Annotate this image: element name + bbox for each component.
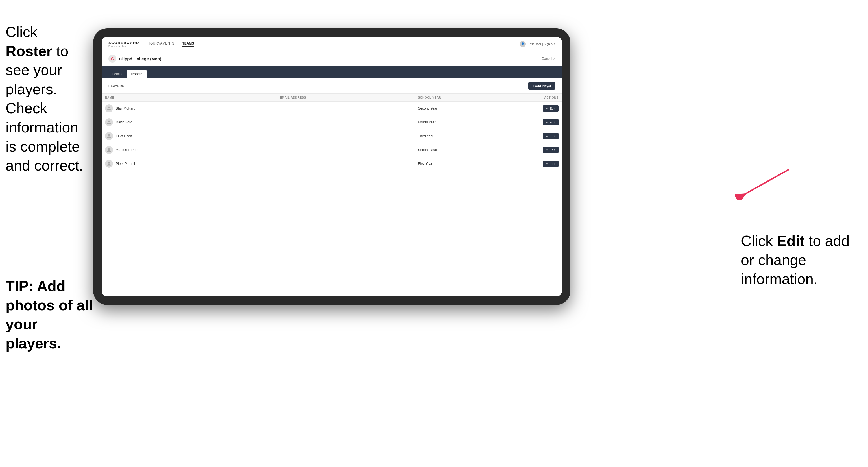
- edit-button-3[interactable]: ✏ Edit: [543, 147, 559, 153]
- players-header: PLAYERS + Add Player: [102, 78, 562, 93]
- nav-links: TOURNAMENTS TEAMS: [148, 41, 520, 46]
- player-name-0: Blair McHarg: [116, 106, 135, 111]
- edit-button-0[interactable]: ✏ Edit: [543, 105, 559, 112]
- player-avatar-0: [105, 104, 113, 113]
- player-actions-0: ✏ Edit: [506, 102, 562, 116]
- tabs-bar: Details Roster: [102, 66, 562, 78]
- player-email-0: [276, 102, 414, 116]
- edit-icon-2: ✏: [546, 135, 548, 138]
- nav-user-text: Test User | Sign out: [528, 42, 555, 46]
- edit-button-1[interactable]: ✏ Edit: [543, 119, 559, 125]
- nav-tournaments[interactable]: TOURNAMENTS: [148, 41, 174, 46]
- user-icon: 👤: [520, 41, 526, 47]
- edit-icon-4: ✏: [546, 162, 548, 165]
- player-school-year-3: Second Year: [414, 143, 506, 157]
- arrow-to-edit: [735, 166, 792, 200]
- player-avatar-2: [105, 132, 113, 140]
- add-player-button[interactable]: + Add Player: [528, 82, 555, 90]
- table-row: Marcus Turner Second Year ✏ Edit: [102, 143, 562, 157]
- table-row: David Ford Fourth Year ✏ Edit: [102, 116, 562, 129]
- cancel-button[interactable]: Cancel ×: [541, 57, 555, 61]
- tablet-device: SCOREBOARD Powered by clippi TOURNAMENTS…: [93, 28, 570, 305]
- players-tbody: Blair McHarg Second Year ✏ Edit David Fo…: [102, 102, 562, 171]
- player-avatar-3: [105, 146, 113, 154]
- player-avatar-4: [105, 160, 113, 168]
- col-school-year: SCHOOL YEAR: [414, 94, 506, 102]
- col-actions: ACTIONS: [506, 94, 562, 102]
- roster-bold: Roster: [6, 43, 52, 59]
- app-navbar: SCOREBOARD Powered by clippi TOURNAMENTS…: [102, 37, 562, 52]
- player-name-cell-3: Marcus Turner: [102, 143, 276, 157]
- edit-icon-3: ✏: [546, 149, 548, 152]
- player-actions-1: ✏ Edit: [506, 116, 562, 129]
- edit-button-4[interactable]: ✏ Edit: [543, 161, 559, 167]
- col-email: EMAIL ADDRESS: [276, 94, 414, 102]
- players-table: NAME EMAIL ADDRESS SCHOOL YEAR ACTIONS B…: [102, 93, 562, 171]
- app-logo: SCOREBOARD Powered by clippi: [108, 41, 139, 48]
- player-actions-3: ✏ Edit: [506, 143, 562, 157]
- edit-button-2[interactable]: ✏ Edit: [543, 133, 559, 139]
- right-annotation: Click Edit to add or change information.: [741, 231, 860, 289]
- tab-details[interactable]: Details: [107, 70, 127, 78]
- app-logo-sub: Powered by clippi: [108, 45, 139, 48]
- player-email-1: [276, 116, 414, 129]
- player-actions-2: ✏ Edit: [506, 129, 562, 143]
- edit-bold: Edit: [777, 232, 804, 249]
- edit-icon-1: ✏: [546, 121, 548, 124]
- team-header: C Clippd College (Men) Cancel ×: [102, 52, 562, 66]
- col-name: NAME: [102, 94, 276, 102]
- player-name-cell-1: David Ford: [102, 116, 276, 129]
- player-name-cell-0: Blair McHarg: [102, 102, 276, 116]
- table-row: Elliot Ebert Third Year ✏ Edit: [102, 129, 562, 143]
- nav-user-area: 👤 Test User | Sign out: [520, 41, 555, 47]
- players-label: PLAYERS: [108, 84, 125, 88]
- player-avatar-1: [105, 118, 113, 126]
- main-content: PLAYERS + Add Player NAME EMAIL ADDRESS …: [102, 78, 562, 297]
- player-name-1: David Ford: [116, 120, 132, 124]
- team-header-left: C Clippd College (Men): [108, 55, 161, 63]
- table-header: NAME EMAIL ADDRESS SCHOOL YEAR ACTIONS: [102, 94, 562, 102]
- player-actions-4: ✏ Edit: [506, 157, 562, 171]
- player-school-year-4: First Year: [414, 157, 506, 171]
- edit-icon-0: ✏: [546, 107, 548, 110]
- table-row: Piers Parnell First Year ✏ Edit: [102, 157, 562, 171]
- player-name-4: Piers Parnell: [116, 162, 135, 166]
- player-name-3: Marcus Turner: [116, 148, 137, 152]
- player-email-2: [276, 129, 414, 143]
- app-logo-title: SCOREBOARD: [108, 41, 139, 45]
- team-logo: C: [108, 55, 116, 63]
- player-email-4: [276, 157, 414, 171]
- player-name-cell-2: Elliot Ebert: [102, 129, 276, 143]
- player-school-year-0: Second Year: [414, 102, 506, 116]
- player-name-cell-4: Piers Parnell: [102, 157, 276, 171]
- player-name-2: Elliot Ebert: [116, 134, 132, 138]
- team-name: Clippd College (Men): [119, 57, 161, 61]
- tip-annotation: TIP: Add photos of all your players.: [6, 277, 93, 353]
- nav-teams[interactable]: TEAMS: [182, 41, 194, 46]
- player-email-3: [276, 143, 414, 157]
- table-row: Blair McHarg Second Year ✏ Edit: [102, 102, 562, 116]
- player-school-year-1: Fourth Year: [414, 116, 506, 129]
- tablet-screen: SCOREBOARD Powered by clippi TOURNAMENTS…: [102, 37, 562, 297]
- player-school-year-2: Third Year: [414, 129, 506, 143]
- left-annotation: Click Roster to see your players. Check …: [6, 23, 88, 175]
- tab-roster[interactable]: Roster: [127, 70, 147, 78]
